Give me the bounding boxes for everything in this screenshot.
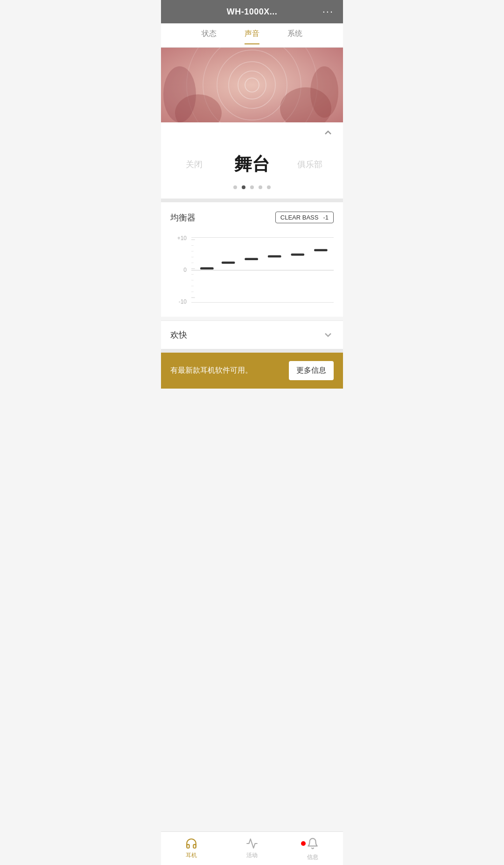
dot-2[interactable]	[242, 185, 245, 189]
eq-label-plus10: +10	[177, 235, 187, 241]
eq-gridline-bottom	[191, 302, 334, 303]
svg-rect-24	[245, 258, 258, 260]
svg-rect-23	[222, 262, 235, 264]
kanle-title: 欢快	[170, 329, 187, 340]
clear-bass-label: CLEAR BASS	[280, 214, 319, 221]
dot-4[interactable]	[259, 185, 262, 189]
app-title: WH-1000X...	[227, 7, 278, 17]
eq-gridline-top	[191, 237, 334, 238]
eq-header: 均衡器 CLEAR BASS -1	[170, 212, 334, 223]
svg-rect-22	[200, 267, 214, 269]
dot-3[interactable]	[250, 185, 254, 189]
mode-active-label: 舞台	[214, 152, 291, 176]
eq-gridline-zero	[191, 270, 334, 270]
kanle-section: 欢快	[161, 320, 343, 349]
tab-system[interactable]: 系统	[287, 29, 302, 42]
eq-label-zero: 0	[183, 267, 187, 273]
tab-status[interactable]: 状态	[202, 29, 217, 42]
svg-point-9	[163, 66, 196, 122]
divider-1	[161, 199, 343, 202]
update-banner: 有最新款耳机软件可用。 更多信息	[161, 353, 343, 389]
svg-rect-27	[314, 249, 328, 251]
divider-2	[161, 349, 343, 353]
svg-point-10	[310, 66, 338, 118]
more-info-button[interactable]: 更多信息	[289, 361, 334, 380]
sound-mode-selector: 关闭 舞台 俱乐部	[161, 143, 343, 185]
eq-axis-labels: +10 0 -10	[170, 233, 189, 307]
clear-bass-button[interactable]: CLEAR BASS -1	[275, 212, 334, 223]
mode-off-button[interactable]: 关闭	[175, 159, 214, 170]
kanle-header[interactable]: 欢快	[161, 321, 343, 349]
tab-bar: 状态 声音 系统	[161, 23, 343, 48]
more-button[interactable]: ···	[322, 6, 334, 18]
mode-club-button[interactable]: 俱乐部	[291, 159, 329, 170]
chevron-down-icon	[322, 329, 334, 340]
eq-title: 均衡器	[170, 212, 196, 223]
eq-chart: +10 0 -10	[170, 233, 334, 307]
carousel-dots	[161, 185, 343, 199]
equalizer-section: 均衡器 CLEAR BASS -1 +10 0 -10	[161, 202, 343, 317]
clear-bass-value: -1	[323, 214, 329, 221]
collapse-button[interactable]	[161, 122, 343, 143]
dot-1[interactable]	[233, 185, 237, 189]
banner-svg	[161, 48, 343, 122]
dot-5[interactable]	[267, 185, 271, 189]
banner-image	[161, 48, 343, 122]
svg-rect-26	[291, 254, 305, 256]
chevron-up-icon	[322, 127, 334, 138]
svg-rect-25	[268, 255, 281, 258]
eq-label-minus10: -10	[179, 298, 187, 305]
title-bar: WH-1000X... ···	[161, 0, 343, 23]
update-text: 有最新款耳机软件可用。	[170, 366, 289, 376]
tab-sound[interactable]: 声音	[245, 29, 259, 42]
eq-grid	[191, 235, 334, 305]
